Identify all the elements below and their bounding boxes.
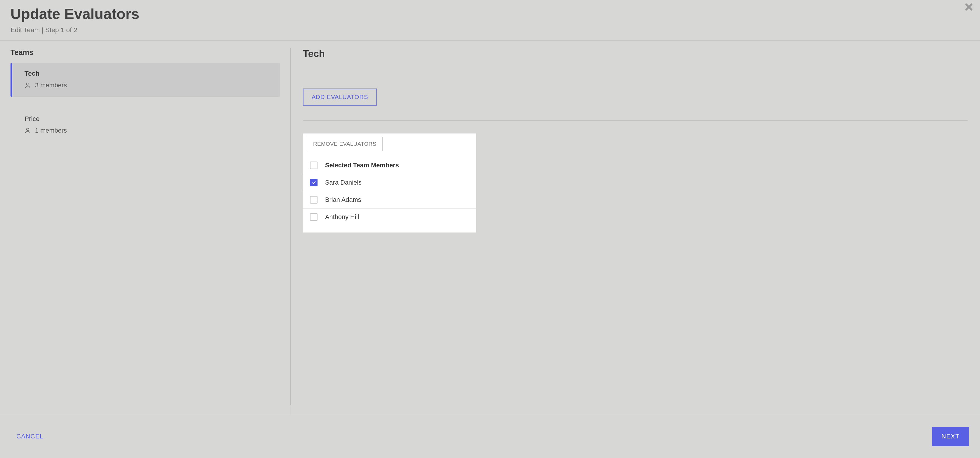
team-members-count: 3 members (24, 81, 272, 89)
select-all-label: Selected Team Members (325, 161, 399, 169)
page-title: Update Evaluators (11, 5, 969, 22)
member-checkbox[interactable] (310, 213, 318, 221)
person-icon (24, 128, 31, 134)
select-all-checkbox[interactable] (310, 161, 318, 169)
member-checkbox[interactable] (310, 179, 318, 186)
add-evaluators-button[interactable]: ADD EVALUATORS (303, 88, 377, 106)
team-members-count: 1 members (24, 127, 272, 134)
member-row[interactable]: Sara Daniels (303, 174, 476, 191)
cancel-button[interactable]: CANCEL (16, 433, 43, 440)
sidebar-team-item[interactable]: Tech3 members (11, 63, 280, 97)
section-divider (303, 120, 968, 121)
member-row[interactable]: Anthony Hill (303, 209, 476, 225)
team-name: Tech (24, 70, 272, 77)
member-name: Anthony Hill (325, 213, 359, 221)
next-button[interactable]: NEXT (932, 427, 969, 446)
member-name: Brian Adams (325, 196, 361, 204)
dialog-footer: CANCEL NEXT (0, 415, 980, 458)
member-name: Sara Daniels (325, 179, 361, 186)
select-all-row[interactable]: Selected Team Members (303, 157, 476, 174)
remove-evaluators-button[interactable]: REMOVE EVALUATORS (307, 137, 383, 151)
member-checkbox[interactable] (310, 196, 318, 204)
main-panel: Tech ADD EVALUATORS REMOVE EVALUATORS Se… (291, 48, 980, 405)
selected-team-title: Tech (303, 48, 968, 59)
step-subtitle: Edit Team | Step 1 of 2 (11, 26, 969, 34)
team-name: Price (24, 115, 272, 123)
teams-sidebar: Teams Tech3 membersPrice1 members (0, 48, 291, 405)
member-row[interactable]: Brian Adams (303, 191, 476, 209)
sidebar-team-item[interactable]: Price1 members (11, 109, 280, 142)
dialog-header: Update Evaluators Edit Team | Step 1 of … (0, 0, 980, 41)
close-icon[interactable] (965, 3, 973, 11)
sidebar-title: Teams (11, 48, 280, 57)
evaluators-popover: REMOVE EVALUATORS Selected Team Members … (303, 134, 476, 233)
person-icon (24, 82, 31, 88)
